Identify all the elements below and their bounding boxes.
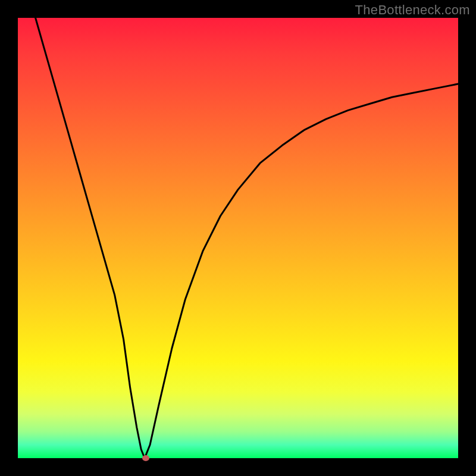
min-marker (142, 455, 149, 461)
plot-area (18, 18, 458, 458)
curve-path (36, 18, 458, 458)
attribution-text: TheBottleneck.com (355, 2, 470, 18)
chart-frame: TheBottleneck.com (0, 0, 476, 476)
bottleneck-curve (18, 18, 458, 458)
